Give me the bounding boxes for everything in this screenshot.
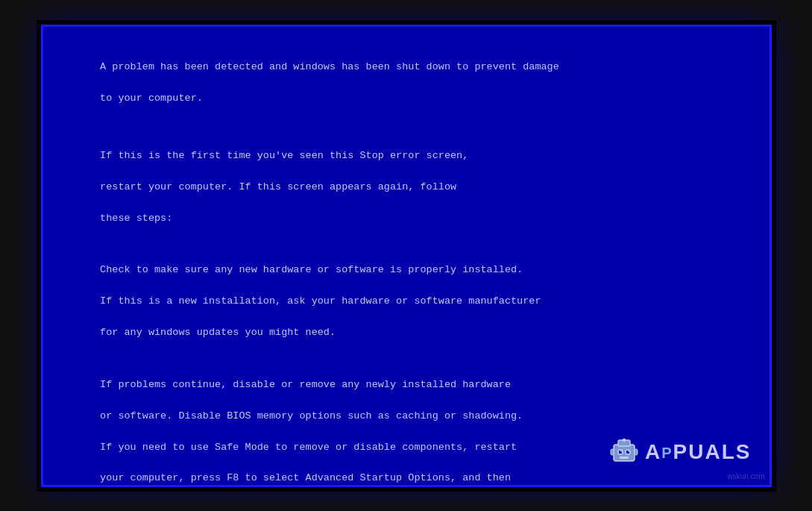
svg-rect-6	[635, 449, 638, 455]
screen-wrapper: A problem has been detected and windows …	[0, 0, 812, 511]
appuals-icon	[608, 436, 641, 468]
svg-rect-7	[623, 439, 626, 442]
line-3: If this is the first time you've seen th…	[100, 150, 468, 161]
line-9: If problems continue, disable or remove …	[100, 379, 511, 390]
line-5: these steps:	[100, 213, 172, 224]
line-4: restart your computer. If this screen ap…	[100, 181, 456, 192]
svg-rect-4	[620, 457, 629, 459]
hardware-check-block: Check to make sure any new hardware or s…	[64, 248, 749, 357]
logo-p-styled: P	[661, 445, 673, 461]
line-1: A problem has been detected and windows …	[100, 61, 559, 72]
line-12: your computer, press F8 to select Advanc…	[100, 472, 511, 483]
gap-2	[64, 242, 749, 248]
line-11: If you need to use Safe Mode to remove o…	[100, 442, 517, 453]
gap-3	[64, 357, 749, 362]
line-8: for any windows updates you might need.	[100, 327, 336, 338]
line-2: to your computer.	[100, 93, 203, 104]
first-time-block: If this is the first time you've seen th…	[64, 133, 749, 242]
logo-text: APPUALS	[645, 440, 751, 464]
line-6: Check to make sure any new hardware or s…	[100, 264, 523, 275]
watermark: wskun.com	[727, 472, 764, 480]
svg-point-9	[628, 451, 629, 452]
logo-a: A	[645, 440, 661, 463]
svg-point-8	[620, 451, 622, 452]
svg-point-3	[626, 450, 630, 454]
main-text-block: A problem has been detected and windows …	[64, 45, 749, 123]
gap-1	[64, 122, 749, 133]
svg-rect-5	[611, 449, 614, 455]
bsod-screen: A problem has been detected and windows …	[41, 25, 772, 487]
logo-puals: PUALS	[673, 440, 752, 463]
line-7: If this is a new installation, ask your …	[100, 295, 541, 307]
line-10: or software. Disable BIOS memory options…	[100, 410, 523, 421]
logo-area: APPUALS	[608, 436, 751, 468]
svg-point-2	[618, 450, 623, 454]
